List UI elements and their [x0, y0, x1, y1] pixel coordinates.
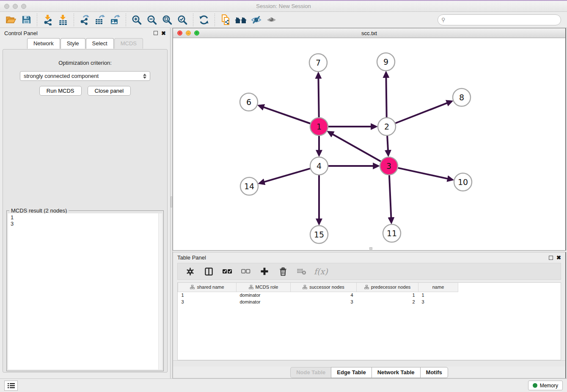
show-all-button[interactable] — [264, 14, 278, 26]
new-network-from-selection-button[interactable] — [219, 14, 232, 26]
network-minimize-button[interactable]: – — [186, 30, 191, 36]
export-table-button[interactable] — [93, 14, 107, 26]
tab-edge-table[interactable]: Edge Table — [331, 367, 371, 378]
table-settings-button[interactable] — [184, 265, 196, 278]
export-network-icon — [79, 14, 90, 25]
tab-motifs[interactable]: Motifs — [420, 367, 448, 378]
network-maximize-button[interactable]: + — [194, 30, 199, 36]
table-cell[interactable]: 2 — [357, 298, 418, 305]
table-row[interactable]: 3dominator323 — [178, 298, 458, 305]
export-network-button[interactable] — [78, 14, 91, 26]
memory-button[interactable]: Memory — [528, 381, 563, 390]
table-cell[interactable]: 3 — [291, 298, 357, 305]
export-image-icon — [110, 14, 121, 25]
close-window-button[interactable] — [4, 4, 9, 9]
table-cell[interactable]: 4 — [291, 292, 357, 298]
search-area: ⚲ — [438, 14, 561, 25]
graph-edge-2-3[interactable] — [387, 136, 388, 150]
table-footer-strip — [173, 360, 565, 367]
open-file-button[interactable] — [4, 14, 18, 26]
refresh-button[interactable] — [197, 14, 211, 26]
control-panel: Control Panel ✖ Network Style Select MCD… — [0, 28, 170, 378]
svg-text:14: 14 — [244, 182, 254, 191]
task-history-button[interactable] — [4, 381, 18, 391]
tab-mcds[interactable]: MCDS — [114, 38, 143, 49]
graph-edge-3-1[interactable] — [333, 134, 381, 161]
import-table-button[interactable] — [56, 14, 70, 26]
tab-node-table[interactable]: Node Table — [290, 367, 331, 378]
graph-node-6[interactable]: 6 — [240, 93, 258, 111]
network-canvas[interactable]: 1234678910111415 — [173, 38, 565, 250]
first-neighbors-button[interactable] — [234, 14, 248, 26]
tab-style[interactable]: Style — [61, 38, 85, 49]
mcds-result-text[interactable]: 1 3 — [8, 213, 162, 370]
column-header-mcds-role[interactable]: MCDS role — [237, 283, 291, 292]
function-builder-button[interactable]: f(x) — [314, 267, 328, 276]
mcds-result-scrollbar[interactable] — [158, 213, 162, 370]
close-panel-button[interactable]: Close panel — [88, 86, 131, 96]
criterion-select[interactable]: strongly connected component — [20, 71, 150, 81]
graph-node-15[interactable]: 15 — [310, 226, 328, 243]
network-window: × – + scc.txt 1234678910111415 — [173, 28, 566, 251]
panel-divider-grip[interactable] — [171, 196, 172, 207]
tab-select[interactable]: Select — [86, 38, 114, 49]
graph-node-8[interactable]: 8 — [453, 88, 471, 106]
graph-node-11[interactable]: 11 — [383, 224, 401, 242]
network-close-button[interactable]: × — [177, 30, 182, 36]
delete-table-button[interactable] — [295, 265, 308, 278]
table-cell[interactable]: 1 — [418, 292, 458, 298]
zoom-selected-button[interactable] — [176, 14, 189, 26]
zoom-out-button[interactable] — [145, 14, 159, 26]
table-cell[interactable]: 3 — [418, 298, 458, 305]
graph-node-4[interactable]: 4 — [310, 157, 328, 175]
deselect-all-button[interactable] — [239, 265, 252, 278]
zoom-fit-button[interactable] — [160, 14, 174, 26]
hide-selected-button[interactable] — [249, 14, 263, 26]
graph-node-1[interactable]: 1 — [310, 118, 328, 135]
close-table-panel-button[interactable]: ✖ — [556, 255, 561, 260]
graph-edge-2-9[interactable] — [386, 77, 386, 117]
maximize-window-button[interactable] — [21, 4, 26, 9]
table-cell[interactable]: 1 — [357, 292, 418, 298]
search-input[interactable] — [438, 14, 561, 25]
svg-text:8: 8 — [459, 93, 464, 102]
export-image-button[interactable] — [108, 14, 122, 26]
delete-row-button[interactable] — [277, 265, 289, 278]
import-network-button[interactable] — [41, 14, 55, 26]
table-row[interactable]: 1dominator411 — [178, 292, 458, 298]
graph-node-3[interactable]: 3 — [380, 157, 398, 175]
column-header-predecessor-nodes[interactable]: predecessor nodes — [357, 283, 418, 292]
table-cell[interactable]: dominator — [237, 298, 291, 305]
table-cell[interactable]: 1 — [178, 292, 237, 298]
show-column-panel-button[interactable] — [202, 265, 215, 278]
column-header-name[interactable]: name — [418, 283, 458, 292]
table-cell[interactable]: dominator — [237, 292, 291, 298]
column-header-successor-nodes[interactable]: successor nodes — [291, 283, 357, 292]
graph-node-2[interactable]: 2 — [378, 118, 396, 135]
plus-icon — [260, 267, 269, 276]
minimize-window-button[interactable] — [13, 4, 18, 9]
canvas-resize-grip[interactable] — [369, 247, 372, 250]
graph-edge-1-7[interactable] — [318, 78, 319, 117]
zoom-in-button[interactable] — [130, 14, 143, 26]
column-header-shared-name[interactable]: shared name — [178, 283, 237, 292]
close-panel-icon-button[interactable]: ✖ — [161, 30, 166, 36]
float-panel-button[interactable] — [154, 31, 158, 35]
tab-network[interactable]: Network — [27, 38, 60, 49]
table-cell[interactable]: 3 — [178, 298, 237, 305]
graph-edge-3-11[interactable] — [389, 175, 391, 218]
add-row-button[interactable] — [258, 265, 271, 278]
graph-edge-4-14[interactable] — [264, 168, 310, 182]
run-mcds-button[interactable]: Run MCDS — [39, 86, 82, 96]
tab-network-table[interactable]: Network Table — [372, 367, 420, 378]
graph-node-14[interactable]: 14 — [240, 177, 258, 195]
graph-node-9[interactable]: 9 — [377, 53, 395, 71]
graph-node-7[interactable]: 7 — [309, 54, 327, 72]
graph-edge-1-6[interactable] — [264, 107, 310, 124]
select-all-button[interactable] — [221, 265, 234, 278]
float-table-panel-button[interactable] — [549, 256, 553, 260]
graph-node-10[interactable]: 10 — [454, 173, 472, 191]
graph-edge-2-8[interactable] — [395, 103, 447, 123]
save-session-button[interactable] — [19, 14, 33, 26]
graph-edge-3-10[interactable] — [398, 168, 447, 179]
